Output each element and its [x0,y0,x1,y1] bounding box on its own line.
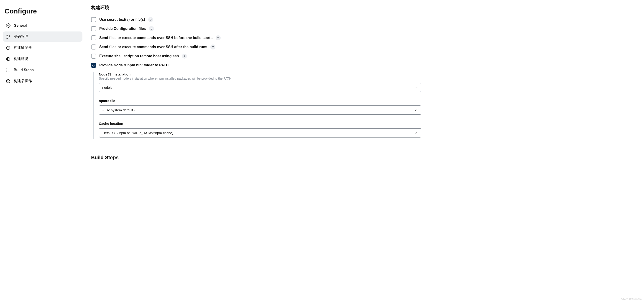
clock-icon [6,46,10,50]
option-ssh-before: Send files or execute commands over SSH … [91,35,421,40]
option-provide-node-npm: Provide Node & npm bin/ folder to PATH [91,63,421,68]
chevron-down-icon [414,108,418,112]
chevron-down-icon [414,131,418,135]
checkbox-ssh-after[interactable] [91,45,96,50]
sidebar-item-general[interactable]: General [3,21,82,31]
sidebar-item-label: 构建后操作 [14,79,32,83]
option-label: Provide Node & npm bin/ folder to PATH [99,63,168,67]
checkbox-use-secret[interactable] [91,17,96,22]
chevron-down-icon [415,86,418,89]
checkbox-provide-node-npm[interactable] [91,63,96,68]
sidebar-item-post-build[interactable]: 构建后操作 [3,76,82,86]
sidebar-item-source-control[interactable]: 源码管理 [3,32,82,42]
sidebar-item-label: 源码管理 [14,34,28,39]
svg-point-0 [8,25,9,26]
svg-point-7 [6,70,7,70]
select-nodejs-installation[interactable]: nodejs [99,83,421,92]
watermark: CSDN @前端阿皓 [622,297,642,301]
sidebar-item-build-triggers[interactable]: 构建触发器 [3,43,82,53]
nodejs-config-block: NodeJS Installation Specify needed nodej… [93,72,421,139]
sidebar-item-build-environment[interactable]: 构建环境 [3,54,82,64]
section-title-build-environment: 构建环境 [91,5,421,11]
checkbox-ssh-before[interactable] [91,35,96,40]
sidebar-item-label: General [14,24,27,28]
option-label: Send files or execute commands over SSH … [99,45,207,49]
section-title-build-steps: Build Steps [91,155,421,161]
package-icon [6,79,10,83]
help-icon[interactable]: ? [216,35,221,40]
help-icon[interactable]: ? [148,17,153,22]
gear-icon [6,23,10,28]
sidebar-item-label: 构建环境 [14,57,28,61]
option-label: Use secret text(s) or file(s) [99,18,145,22]
help-icon[interactable]: ? [210,45,216,50]
field-label-nodejs-installation: NodeJS Installation [99,72,421,76]
page-title: Configure [4,7,82,15]
select-value: nodejs [102,86,112,89]
field-label-npmrc: npmrc file [99,99,421,103]
sidebar-item-label: 构建触发器 [14,45,32,50]
option-label: Send files or execute commands over SSH … [99,36,212,40]
help-icon[interactable]: ? [182,54,187,59]
field-label-cache: Cache location [99,121,421,125]
svg-point-8 [6,71,7,72]
select-cache-location[interactable]: Default (~/.npm or %APP_DATA%\npm-cache) [99,128,421,137]
help-icon[interactable]: ? [149,26,154,31]
option-label: Execute shell script on remote host usin… [99,54,179,58]
option-provide-config-files: Provide Configuration files ? [91,26,421,31]
option-ssh-after: Send files or execute commands over SSH … [91,45,421,50]
field-npmrc-file: npmrc file - use system default - [99,99,421,115]
field-nodejs-installation: NodeJS Installation Specify needed nodej… [99,72,421,92]
sidebar: Configure General 源码管理 构建触发器 构建环境 [0,0,84,302]
sidebar-item-build-steps[interactable]: Build Steps [3,65,82,75]
main-content: 构建环境 Use secret text(s) or file(s) ? Pro… [84,0,430,302]
select-value: - use system default - [102,108,135,112]
select-npmrc-file[interactable]: - use system default - [99,105,421,115]
field-desc-nodejs-installation: Specify needed nodejs installation where… [99,77,421,80]
checkbox-exec-remote-shell[interactable] [91,54,96,59]
svg-point-6 [6,69,7,69]
globe-icon [6,57,10,61]
steps-icon [6,68,10,72]
checkbox-provide-config-files[interactable] [91,26,96,31]
select-value: Default (~/.npm or %APP_DATA%\npm-cache) [102,131,173,135]
option-exec-remote-shell: Execute shell script on remote host usin… [91,54,421,59]
option-label: Provide Configuration files [99,27,146,31]
field-cache-location: Cache location Default (~/.npm or %APP_D… [99,121,421,137]
option-use-secret: Use secret text(s) or file(s) ? [91,17,421,22]
branch-icon [6,35,10,39]
sidebar-item-label: Build Steps [14,68,34,72]
